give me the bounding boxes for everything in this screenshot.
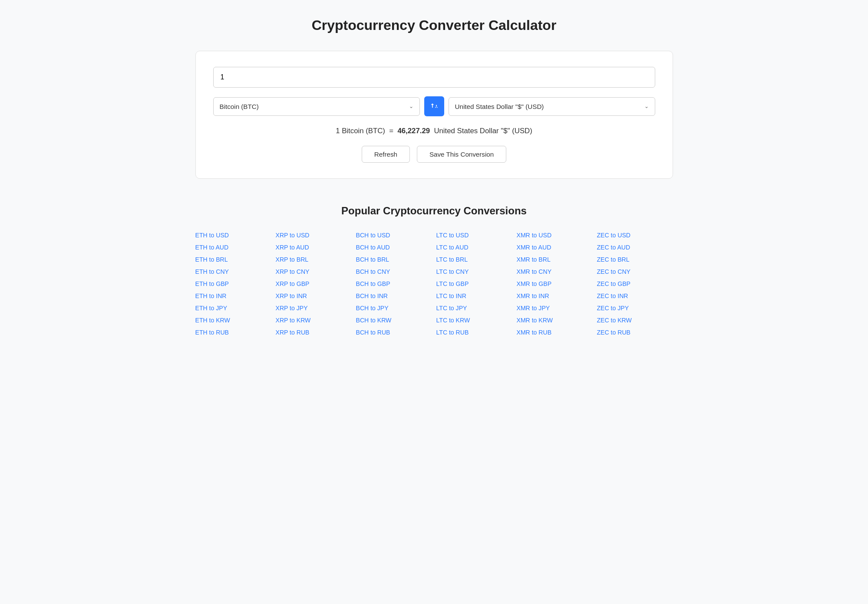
conversion-link[interactable]: LTC to BRL [436,255,512,264]
conversion-link[interactable]: BCH to AUD [356,243,432,252]
conversion-link[interactable]: LTC to USD [436,231,512,240]
conversion-link[interactable]: XRP to JPY [276,304,352,312]
result-from-text: 1 Bitcoin (BTC) [336,127,385,135]
conversion-link[interactable]: LTC to RUB [436,328,512,337]
conversion-link[interactable]: ZEC to KRW [597,316,673,325]
converter-card: Bitcoin (BTC) ⌄ United States Dollar "$"… [195,51,673,179]
refresh-button[interactable]: Refresh [362,146,410,163]
to-currency-selector[interactable]: United States Dollar "$" (USD) ⌄ [449,97,655,116]
conversion-link[interactable]: BCH to CNY [356,267,432,276]
conversion-link[interactable]: ETH to JPY [195,304,271,312]
conversion-link[interactable]: LTC to AUD [436,243,512,252]
conversion-link[interactable]: ETH to KRW [195,316,271,325]
conversion-link[interactable]: XRP to KRW [276,316,352,325]
conversion-link[interactable]: XRP to AUD [276,243,352,252]
to-currency-label: United States Dollar "$" (USD) [455,103,544,110]
conversion-link[interactable]: LTC to CNY [436,267,512,276]
conversion-link[interactable]: ETH to CNY [195,267,271,276]
from-currency-label: Bitcoin (BTC) [220,103,259,110]
result-equals: = [389,127,393,135]
page-title: Cryptocurrency Converter Calculator [35,17,833,33]
conversion-link[interactable]: BCH to GBP [356,279,432,288]
conversion-link[interactable]: ZEC to RUB [597,328,673,337]
conversion-link[interactable]: LTC to GBP [436,279,512,288]
conversion-link[interactable]: XMR to CNY [517,267,593,276]
conversion-link[interactable]: XRP to USD [276,231,352,240]
conversion-link[interactable]: LTC to INR [436,292,512,300]
conversion-link[interactable]: ETH to USD [195,231,271,240]
conversion-link[interactable]: LTC to JPY [436,304,512,312]
conversion-link[interactable]: XMR to GBP [517,279,593,288]
conversion-link[interactable]: XMR to INR [517,292,593,300]
conversion-link[interactable]: ZEC to CNY [597,267,673,276]
conversion-link[interactable]: XRP to RUB [276,328,352,337]
conversion-link[interactable]: XMR to USD [517,231,593,240]
conversion-link[interactable]: ZEC to BRL [597,255,673,264]
currency-row: Bitcoin (BTC) ⌄ United States Dollar "$"… [213,96,655,116]
conversion-link[interactable]: ZEC to JPY [597,304,673,312]
swap-icon [430,102,439,111]
from-currency-selector[interactable]: Bitcoin (BTC) ⌄ [213,97,420,116]
conversion-link[interactable]: BCH to KRW [356,316,432,325]
conversion-link[interactable]: ZEC to GBP [597,279,673,288]
conversion-link[interactable]: ZEC to USD [597,231,673,240]
to-chevron-icon: ⌄ [644,103,649,109]
popular-section: Popular Cryptocurrency Conversions ETH t… [195,205,673,337]
from-chevron-icon: ⌄ [409,103,413,109]
conversion-link[interactable]: ETH to INR [195,292,271,300]
conversion-link[interactable]: XRP to INR [276,292,352,300]
swap-button[interactable] [424,96,444,116]
conversion-link[interactable]: ETH to RUB [195,328,271,337]
conversion-link[interactable]: XMR to KRW [517,316,593,325]
conversion-link[interactable]: XMR to AUD [517,243,593,252]
conversion-link[interactable]: ZEC to AUD [597,243,673,252]
save-conversion-button[interactable]: Save This Conversion [417,146,506,163]
conversion-link[interactable]: XMR to JPY [517,304,593,312]
result-line: 1 Bitcoin (BTC) = 46,227.29 United State… [213,127,655,135]
conversion-link[interactable]: BCH to BRL [356,255,432,264]
amount-input[interactable] [213,67,655,88]
result-to-currency: United States Dollar "$" (USD) [434,127,532,135]
conversions-grid: ETH to USDXRP to USDBCH to USDLTC to USD… [195,231,673,337]
conversion-link[interactable]: ETH to GBP [195,279,271,288]
conversion-link[interactable]: XMR to RUB [517,328,593,337]
popular-title: Popular Cryptocurrency Conversions [195,205,673,217]
conversion-link[interactable]: BCH to JPY [356,304,432,312]
conversion-link[interactable]: XRP to BRL [276,255,352,264]
conversion-link[interactable]: ETH to BRL [195,255,271,264]
conversion-link[interactable]: XRP to CNY [276,267,352,276]
conversion-link[interactable]: BCH to RUB [356,328,432,337]
conversion-link[interactable]: BCH to INR [356,292,432,300]
conversion-link[interactable]: LTC to KRW [436,316,512,325]
conversion-link[interactable]: BCH to USD [356,231,432,240]
action-buttons: Refresh Save This Conversion [213,146,655,163]
result-value: 46,227.29 [397,127,430,135]
conversion-link[interactable]: ZEC to INR [597,292,673,300]
conversion-link[interactable]: XMR to BRL [517,255,593,264]
conversion-link[interactable]: XRP to GBP [276,279,352,288]
conversion-link[interactable]: ETH to AUD [195,243,271,252]
